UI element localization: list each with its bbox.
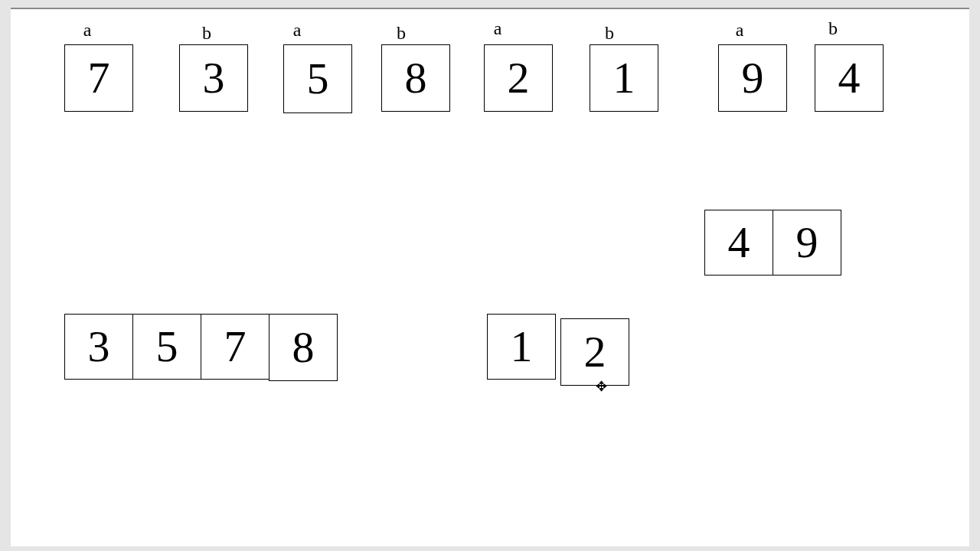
box-rightgroup-0[interactable]: 4 — [704, 210, 773, 276]
label-a: a — [732, 20, 747, 41]
box-midgroup-0[interactable]: 1 — [487, 314, 556, 380]
box-pair2-a[interactable]: 5 — [283, 44, 352, 113]
box-pair2-b[interactable]: 8 — [381, 44, 450, 112]
label-b: b — [825, 18, 841, 39]
label-b: b — [602, 23, 617, 44]
move-cursor-icon: ✥ — [596, 378, 606, 395]
box-pair3-a[interactable]: 2 — [484, 44, 553, 112]
document-canvas: a b 7 3 a b 5 8 a b 2 1 a b 9 4 4 9 3 5 … — [11, 8, 969, 546]
label-a: a — [289, 20, 305, 41]
box-pair4-b[interactable]: 4 — [815, 44, 884, 112]
box-pair1-b[interactable]: 3 — [179, 44, 248, 112]
box-leftgroup-3[interactable]: 8 — [269, 314, 338, 381]
box-pair1-a[interactable]: 7 — [64, 44, 133, 112]
box-rightgroup-1[interactable]: 9 — [773, 210, 841, 276]
box-leftgroup-2[interactable]: 7 — [201, 314, 270, 380]
label-a: a — [490, 18, 505, 39]
label-b: b — [394, 23, 409, 44]
label-a: a — [80, 20, 95, 41]
box-midgroup-1[interactable]: 2 — [560, 318, 629, 386]
label-b: b — [199, 23, 214, 44]
box-leftgroup-1[interactable]: 5 — [132, 314, 201, 380]
box-pair3-b[interactable]: 1 — [590, 44, 658, 112]
box-leftgroup-0[interactable]: 3 — [64, 314, 133, 380]
box-pair4-a[interactable]: 9 — [718, 44, 787, 112]
